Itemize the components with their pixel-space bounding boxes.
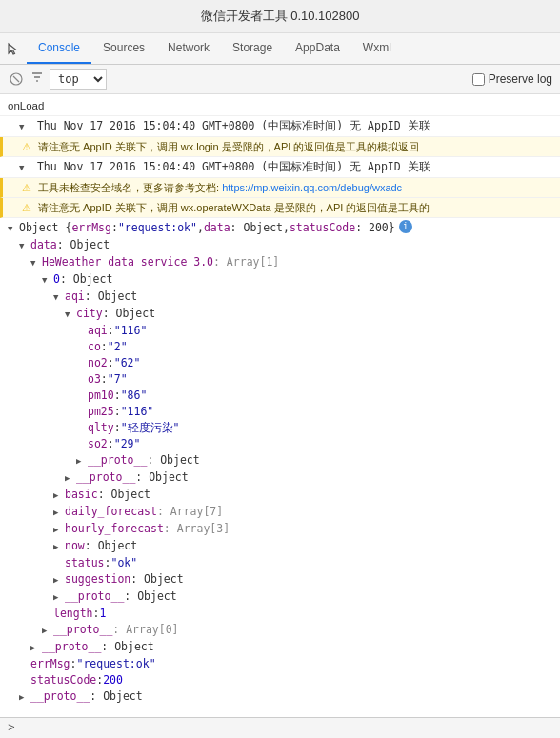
toggle-item0[interactable]	[42, 271, 53, 289]
toggle-now[interactable]	[53, 538, 65, 555]
tree-basic: basic: Object	[8, 487, 560, 504]
tab-storage[interactable]: Storage	[221, 33, 284, 64]
tab-wxml[interactable]: Wxml	[351, 33, 403, 64]
console-content: onLoad Thu Nov 17 2016 15:04:40 GMT+0800…	[0, 94, 560, 709]
toggle-proto3[interactable]	[53, 588, 65, 606]
log-warning-1: ⚠ 请注意无 AppID 关联下，调用 wx.login 是受限的，API 的返…	[0, 137, 560, 157]
context-select[interactable]: top	[50, 69, 107, 90]
tree-aqi-val: aqi: "116"	[8, 323, 560, 339]
tree-status: status: "ok"	[8, 555, 560, 571]
tree-data: data: Object	[8, 237, 560, 254]
tree-proto1: __proto__: Object	[8, 452, 560, 469]
tree-proto5: __proto__: Object	[8, 639, 560, 656]
tree-no2: no2: "62"	[8, 355, 560, 371]
toggle-hourly[interactable]	[53, 521, 65, 538]
toggle-proto1[interactable]	[76, 452, 88, 469]
svg-line-1	[13, 76, 19, 82]
console-prompt: >	[8, 721, 15, 735]
tree-now: now: Object	[8, 538, 560, 555]
tree-proto2: __proto__: Object	[8, 469, 560, 487]
warning-link[interactable]: https://mp.weixin.qq.com/debug/wxadc	[222, 182, 402, 193]
log-warning-2: ⚠ 工具未检查安全域名，更多请参考文档: https://mp.weixin.q…	[0, 178, 560, 198]
tab-console[interactable]: Console	[27, 33, 91, 64]
tab-network[interactable]: Network	[156, 33, 221, 64]
preserve-log-label: Preserve log	[489, 72, 552, 86]
tab-bar: Console Sources Network Storage AppData …	[0, 33, 560, 65]
tree-length: length: 1	[8, 606, 560, 622]
tree-co: co: "2"	[8, 339, 560, 355]
title-bar: 微信开发者工具 0.10.102800	[0, 0, 560, 33]
clear-console-icon[interactable]	[8, 70, 25, 88]
tree-root: Object {errMsg: "request:ok", data: Obje…	[8, 220, 560, 237]
tree-proto3: __proto__: Object	[8, 588, 560, 606]
log-info-1: Thu Nov 17 2016 15:04:40 GMT+0800 (中国标准时…	[0, 116, 560, 137]
tab-appdata[interactable]: AppData	[284, 33, 351, 64]
log-warning-3: ⚠ 请注意无 AppID 关联下，调用 wx.operateWXData 是受限…	[0, 198, 560, 218]
tree-so2: so2: "29"	[8, 436, 560, 452]
toggle-2[interactable]	[19, 159, 30, 175]
warning-icon-1: ⚠	[22, 141, 31, 152]
app-title: 微信开发者工具 0.10.102800	[201, 9, 360, 23]
warning-icon-2: ⚠	[22, 182, 31, 193]
tree-city: city: Object	[8, 306, 560, 323]
tree-pm25: pm25: "116"	[8, 404, 560, 420]
toggle-proto4[interactable]	[42, 622, 53, 639]
toggle-basic[interactable]	[53, 487, 65, 504]
info-badge: i	[399, 220, 412, 233]
toggle-aqi[interactable]	[53, 289, 65, 306]
toggle-data[interactable]	[19, 237, 30, 254]
tree-proto6: __proto__: Object	[8, 688, 560, 706]
warning-icon-3: ⚠	[22, 202, 31, 213]
tree-pm10: pm10: "86"	[8, 388, 560, 404]
bottom-bar: >	[0, 717, 560, 738]
toggle-daily[interactable]	[53, 504, 65, 521]
toggle-suggestion[interactable]	[53, 571, 65, 588]
log-onload: onLoad	[0, 96, 560, 116]
toggle-city[interactable]	[65, 306, 76, 323]
tree-aqi: aqi: Object	[8, 289, 560, 306]
log-info-2: Thu Nov 17 2016 15:04:40 GMT+0800 (中国标准时…	[0, 157, 560, 178]
filter-icon[interactable]	[30, 70, 44, 88]
tree-heweather: HeWeather data service 3.0: Array[1]	[8, 254, 560, 271]
toggle-1[interactable]	[19, 118, 30, 134]
tree-suggestion: suggestion: Object	[8, 571, 560, 588]
toggle-proto5[interactable]	[30, 639, 42, 656]
preserve-log-checkbox[interactable]	[472, 73, 485, 86]
tree-qlty: qlty: "轻度污染"	[8, 420, 560, 436]
toggle-root[interactable]	[8, 220, 19, 237]
tree-item0: 0: Object	[8, 271, 560, 289]
object-tree: Object {errMsg: "request:ok", data: Obje…	[0, 218, 560, 708]
tree-hourly: hourly_forecast: Array[3]	[8, 521, 560, 538]
toggle-heweather[interactable]	[30, 254, 42, 271]
tree-o3: o3: "7"	[8, 371, 560, 388]
tab-sources[interactable]: Sources	[91, 33, 156, 64]
tree-proto4: __proto__: Array[0]	[8, 622, 560, 639]
tree-errmsg: errMsg: "request:ok"	[8, 656, 560, 672]
tree-daily: daily_forecast: Array[7]	[8, 504, 560, 521]
tree-statuscode: statusCode: 200	[8, 672, 560, 688]
toggle-proto2[interactable]	[65, 469, 76, 487]
toggle-proto6[interactable]	[19, 688, 30, 706]
console-toolbar: top Preserve log	[0, 65, 560, 94]
cursor-icon[interactable]	[4, 39, 23, 58]
